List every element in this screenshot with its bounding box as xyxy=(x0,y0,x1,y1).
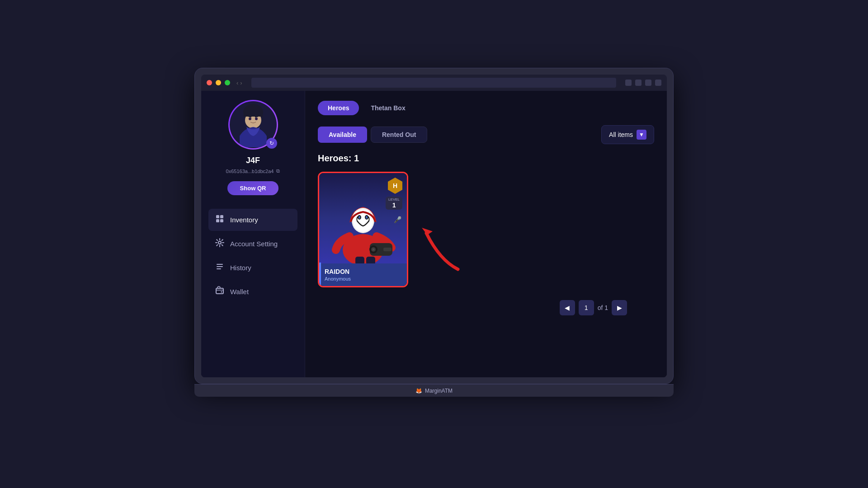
svg-line-5 xyxy=(249,117,251,117)
svg-rect-13 xyxy=(217,266,223,267)
browser-chrome: ‹ › xyxy=(201,75,667,91)
svg-point-25 xyxy=(373,249,374,250)
svg-point-11 xyxy=(218,241,221,244)
sidebar-nav: Inventory Account Setting xyxy=(208,209,297,303)
show-qr-button[interactable]: Show QR xyxy=(227,181,279,195)
account-setting-label: Account Setting xyxy=(230,240,278,248)
hero-name: RAIDON xyxy=(325,268,401,275)
prev-page-button[interactable]: ◀ xyxy=(560,300,575,315)
app-window: ↻ J4F 0x65163a...b1dbc2a4 ⧉ Show QR xyxy=(201,91,667,377)
sidebar-item-history[interactable]: History xyxy=(208,257,297,279)
filter-rented-out-button[interactable]: Rented Out xyxy=(371,127,427,143)
tab-heroes[interactable]: Heroes xyxy=(318,101,359,115)
username: J4F xyxy=(246,156,260,165)
main-content: Heroes Thetan Box Available Rented Out A… xyxy=(305,91,667,377)
sidebar-item-account-setting[interactable]: Account Setting xyxy=(208,233,297,255)
dropdown-arrow-icon: ▼ xyxy=(637,130,646,140)
taskbar: 🦊 MarginATM xyxy=(415,388,453,394)
browser-action-4 xyxy=(655,80,661,86)
hero-character xyxy=(319,178,407,263)
browser-action-2 xyxy=(635,80,642,86)
svg-rect-14 xyxy=(217,268,221,269)
taskbar-app-name: MarginATM xyxy=(425,388,453,394)
hero-card[interactable]: H LEVEL 1 🎤 xyxy=(318,172,408,287)
svg-point-30 xyxy=(366,216,368,219)
browser-action-1 xyxy=(625,80,632,86)
svg-rect-7 xyxy=(216,215,219,218)
page-of-label: of 1 xyxy=(598,304,608,311)
svg-rect-9 xyxy=(216,219,219,222)
settings-icon xyxy=(215,238,225,249)
svg-point-16 xyxy=(221,291,222,293)
tab-thetan-box[interactable]: Thetan Box xyxy=(361,101,415,115)
current-page-button[interactable]: 1 xyxy=(579,300,594,315)
inventory-icon xyxy=(215,214,225,225)
inventory-label: Inventory xyxy=(230,216,258,224)
all-items-label: All items xyxy=(609,131,633,138)
svg-rect-26 xyxy=(383,248,392,251)
maximize-btn[interactable] xyxy=(225,80,230,85)
wallet-address: 0x65163a...b1dbc2a4 ⧉ xyxy=(226,168,280,174)
filter-left: Available Rented Out xyxy=(318,127,427,143)
svg-point-4 xyxy=(255,117,258,120)
sidebar: ↻ J4F 0x65163a...b1dbc2a4 ⧉ Show QR xyxy=(201,91,305,377)
svg-point-29 xyxy=(359,216,360,219)
svg-rect-8 xyxy=(220,215,223,218)
svg-line-6 xyxy=(255,117,258,117)
svg-rect-12 xyxy=(217,264,223,265)
forward-arrow-icon[interactable]: › xyxy=(240,80,242,86)
filter-available-button[interactable]: Available xyxy=(318,127,367,143)
wallet-icon xyxy=(215,286,225,297)
taskbar-logo-icon: 🦊 xyxy=(415,388,422,394)
browser-action-3 xyxy=(645,80,651,86)
refresh-badge[interactable]: ↻ xyxy=(266,138,277,149)
svg-rect-15 xyxy=(216,288,223,294)
close-btn[interactable] xyxy=(207,80,212,85)
svg-rect-10 xyxy=(220,219,223,222)
heroes-count: Heroes: 1 xyxy=(318,153,654,164)
filter-row: Available Rented Out All items ▼ xyxy=(318,125,654,144)
raidon-svg xyxy=(325,178,401,263)
copy-icon[interactable]: ⧉ xyxy=(276,168,280,174)
history-label: History xyxy=(230,264,251,272)
address-bar[interactable] xyxy=(251,78,616,88)
pagination: ◀ 1 of 1 ▶ xyxy=(318,300,654,315)
hero-card-top: H LEVEL 1 🎤 xyxy=(319,173,407,263)
avatar-container: ↻ xyxy=(228,100,278,150)
svg-marker-32 xyxy=(422,228,433,235)
top-tabs: Heroes Thetan Box xyxy=(318,101,654,115)
svg-rect-27 xyxy=(355,257,364,263)
red-arrow-pointer xyxy=(413,224,467,283)
sidebar-item-inventory[interactable]: Inventory xyxy=(208,209,297,231)
back-arrow-icon[interactable]: ‹ xyxy=(236,80,238,86)
all-items-dropdown[interactable]: All items ▼ xyxy=(601,125,654,144)
svg-point-3 xyxy=(249,117,251,120)
next-page-button[interactable]: ▶ xyxy=(612,300,627,315)
wallet-label: Wallet xyxy=(230,288,249,296)
hero-card-bottom: RAIDON Anonymous xyxy=(319,263,407,286)
laptop-bottom: 🦊 MarginATM xyxy=(194,384,674,397)
svg-rect-28 xyxy=(366,257,375,263)
hero-subtitle: Anonymous xyxy=(325,276,401,282)
hero-left-accent xyxy=(319,263,321,286)
history-icon xyxy=(215,262,225,273)
heroes-grid: H LEVEL 1 🎤 xyxy=(318,172,654,287)
sidebar-item-wallet[interactable]: Wallet xyxy=(208,281,297,303)
minimize-btn[interactable] xyxy=(216,80,221,85)
